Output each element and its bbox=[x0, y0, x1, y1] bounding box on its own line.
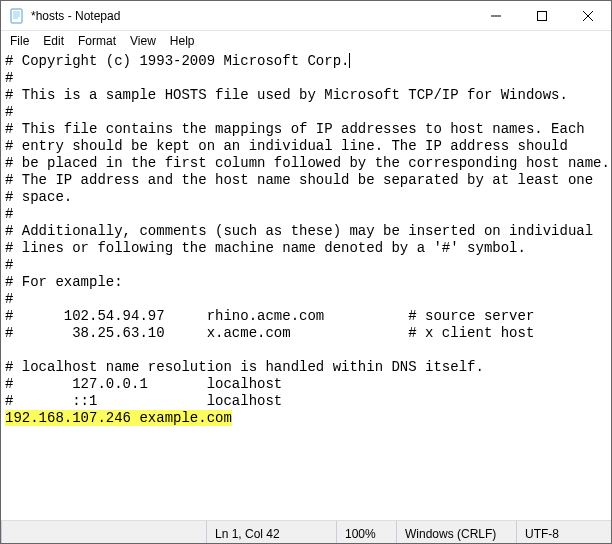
status-position: Ln 1, Col 42 bbox=[206, 521, 336, 543]
editor-content[interactable]: # Copyright (c) 1993-2009 Microsoft Corp… bbox=[5, 53, 607, 427]
title-bar: *hosts - Notepad bbox=[1, 1, 611, 31]
status-line-ending: Windows (CRLF) bbox=[396, 521, 516, 543]
text-middle: # # This is a sample HOSTS file used by … bbox=[5, 70, 610, 409]
status-bar: Ln 1, Col 42 100% Windows (CRLF) UTF-8 bbox=[1, 520, 611, 543]
status-zoom: 100% bbox=[336, 521, 396, 543]
svg-rect-6 bbox=[538, 11, 547, 20]
text-editor[interactable]: # Copyright (c) 1993-2009 Microsoft Corp… bbox=[1, 51, 611, 520]
window-title: *hosts - Notepad bbox=[31, 9, 473, 23]
close-button[interactable] bbox=[565, 1, 611, 30]
menu-format[interactable]: Format bbox=[71, 32, 123, 50]
maximize-button[interactable] bbox=[519, 1, 565, 30]
text-caret bbox=[349, 53, 350, 68]
menu-bar: File Edit Format View Help bbox=[1, 31, 611, 51]
menu-file[interactable]: File bbox=[3, 32, 36, 50]
text-before-caret: # Copyright (c) 1993-2009 Microsoft Corp… bbox=[5, 53, 349, 69]
minimize-button[interactable] bbox=[473, 1, 519, 30]
menu-view[interactable]: View bbox=[123, 32, 163, 50]
menu-edit[interactable]: Edit bbox=[36, 32, 71, 50]
status-spacer bbox=[1, 521, 206, 543]
notepad-icon bbox=[9, 8, 25, 24]
highlighted-text: 192.168.107.246 example.com bbox=[5, 410, 232, 426]
status-encoding: UTF-8 bbox=[516, 521, 611, 543]
menu-help[interactable]: Help bbox=[163, 32, 202, 50]
window-controls bbox=[473, 1, 611, 30]
